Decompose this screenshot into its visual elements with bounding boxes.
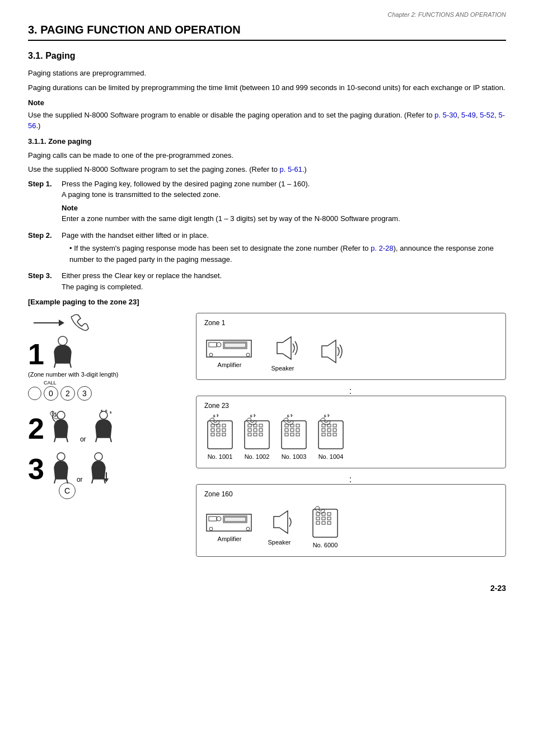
svg-rect-79: [316, 517, 320, 520]
zone-23-label: Zone 23: [204, 402, 498, 410]
zone-1-content: Amplifier Speaker: [204, 331, 498, 372]
desk-phone-1002-icon: [241, 414, 273, 453]
svg-point-73: [246, 527, 250, 530]
c-key: C: [59, 482, 76, 499]
svg-point-1: [58, 336, 67, 345]
diagram-area: 1 (Zone number with 3-digit length) CALL: [28, 313, 506, 567]
svg-point-23: [209, 353, 213, 356]
svg-rect-81: [327, 517, 331, 520]
link-p228[interactable]: p. 2-28: [371, 244, 393, 252]
key-2: 2: [60, 386, 75, 401]
person-2a-icon: [49, 410, 77, 443]
zone-1-box: Zone 1: [196, 313, 506, 380]
intro-line-1: Paging stations are preprogrammed.: [28, 68, 506, 79]
svg-rect-52: [291, 429, 294, 431]
left-step1-row: 1 (Zone number with 3-digit length) CALL: [28, 313, 185, 405]
svg-rect-42: [254, 429, 257, 431]
left-diagram: 1 (Zone number with 3-digit length) CALL: [28, 313, 185, 567]
svg-rect-35: [217, 433, 220, 436]
svg-rect-38: [248, 424, 251, 427]
svg-rect-34: [211, 433, 214, 436]
svg-rect-58: [322, 424, 325, 427]
amplifier-block-160: Amplifier: [204, 509, 255, 542]
svg-marker-74: [274, 511, 288, 533]
svg-rect-54: [285, 433, 288, 436]
svg-rect-84: [327, 522, 331, 524]
svg-rect-62: [327, 429, 331, 431]
link-549[interactable]: 5-49: [461, 111, 476, 119]
subsection-intro-2: Use the supplied N-8000 Software program…: [28, 164, 506, 175]
or-label-2: or: [77, 476, 83, 483]
step-3: Step 3. Either press the Clear key or re…: [28, 270, 506, 292]
svg-rect-80: [322, 517, 325, 520]
amplifier-svg-1: [204, 335, 255, 361]
svg-line-6: [67, 438, 68, 442]
zone-160-label: Zone 160: [204, 490, 498, 498]
left-step2-row: 2 or: [28, 410, 185, 443]
arrow-icon: [28, 313, 67, 333]
svg-point-72: [209, 527, 213, 530]
svg-line-11: [54, 479, 55, 483]
step1-big-num-row: 1: [28, 335, 77, 369]
step2-big-num: 2: [28, 414, 44, 443]
subsection-title: 3.1.1. Zone paging: [28, 137, 506, 145]
page-number: 2-23: [28, 584, 506, 593]
speaker-svg-1: [266, 331, 299, 365]
speaker-block-160: Speaker: [263, 505, 296, 546]
svg-rect-22: [224, 343, 246, 348]
step1-note-label: Note: [62, 203, 506, 214]
svg-line-2: [54, 363, 55, 368]
zone-23-phones: No. 1001: [204, 414, 498, 460]
svg-rect-32: [217, 429, 220, 431]
svg-rect-66: [333, 433, 336, 436]
svg-line-14: [92, 479, 93, 483]
svg-line-8: [96, 438, 97, 442]
svg-rect-55: [291, 433, 294, 436]
svg-rect-48: [285, 424, 288, 427]
speaker-label-160: Speaker: [268, 539, 291, 546]
speaker-svg-1b: [311, 335, 344, 368]
link-p530[interactable]: p. 5-30: [434, 111, 457, 119]
step1-big-num: 1: [28, 340, 44, 369]
subsection-intro-1: Paging calls can be made to one of the p…: [28, 150, 506, 161]
call-label: CALL: [44, 380, 57, 386]
svg-rect-36: [222, 433, 226, 436]
or-label-1: or: [80, 435, 86, 443]
intro-line-2: Paging durations can be limited by prepr…: [28, 82, 506, 93]
page-title: 3. PAGING FUNCTION AND OPERATION: [28, 24, 506, 41]
svg-point-20: [217, 342, 221, 347]
svg-marker-26: [322, 340, 336, 363]
amplifier-label-1: Amplifier: [218, 361, 242, 368]
phone-1004: No. 1004: [315, 414, 346, 460]
link-552[interactable]: 5-52: [480, 111, 494, 119]
svg-point-10: [57, 453, 65, 461]
desk-phone-1004-icon: [315, 414, 346, 453]
svg-rect-41: [248, 429, 251, 431]
svg-marker-25: [277, 337, 291, 359]
phone-6000: No. 6000: [310, 503, 341, 548]
step-2-content: Page with the handset either lifted or i…: [62, 230, 506, 265]
svg-rect-33: [222, 429, 226, 431]
desk-phone-1003-icon: [278, 414, 310, 453]
person-1-icon: [49, 335, 77, 369]
link-556[interactable]: 5-56: [28, 111, 505, 130]
left-step1-content: 1 (Zone number with 3-digit length) CALL: [28, 313, 185, 405]
desk-phone-1001-icon: [204, 414, 236, 453]
person-3b-icon: [86, 451, 111, 483]
step-3-content: Either press the Clear key or replace th…: [62, 270, 506, 292]
step-3-label: Step 3.: [28, 270, 62, 292]
svg-rect-56: [296, 433, 299, 436]
step3-big-num: 3: [28, 454, 44, 483]
svg-rect-61: [322, 429, 325, 431]
amplifier-block-1: Amplifier: [204, 335, 255, 368]
svg-rect-43: [259, 429, 263, 431]
svg-rect-60: [333, 424, 336, 427]
svg-line-3: [70, 363, 71, 368]
left-step3-row: 3 or: [28, 451, 185, 483]
phone-1001: No. 1001: [204, 414, 236, 460]
svg-rect-45: [254, 433, 257, 436]
key-0: 0: [44, 386, 58, 401]
svg-rect-83: [322, 522, 325, 524]
svg-rect-78: [327, 513, 331, 515]
link-p561[interactable]: p. 5-61: [279, 165, 302, 173]
